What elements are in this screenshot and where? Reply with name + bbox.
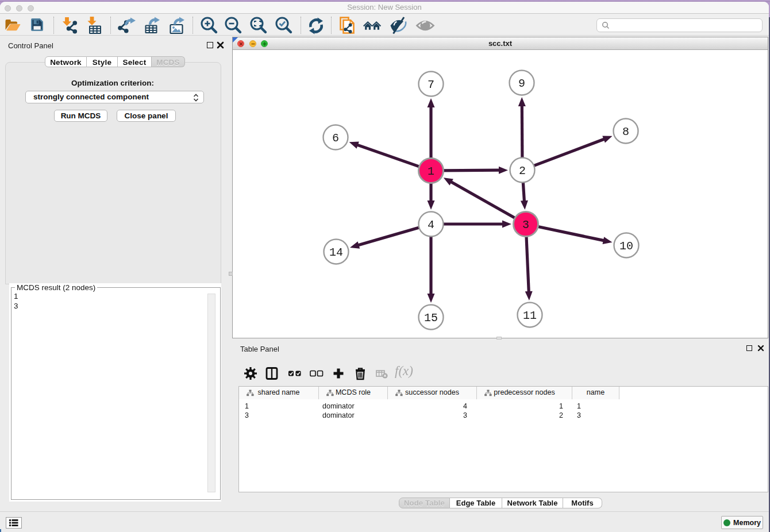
svg-text:4: 4 [428, 218, 434, 232]
svg-text:8: 8 [622, 125, 629, 138]
svg-text:1: 1 [428, 165, 434, 178]
svg-text:11: 11 [523, 309, 537, 322]
svg-text:7: 7 [428, 78, 434, 91]
svg-text:10: 10 [619, 240, 633, 253]
svg-text:15: 15 [424, 311, 438, 325]
svg-text:9: 9 [518, 77, 525, 90]
svg-text:14: 14 [329, 246, 343, 259]
svg-text:3: 3 [522, 218, 529, 232]
svg-text:6: 6 [332, 132, 339, 145]
svg-text:2: 2 [519, 164, 526, 178]
